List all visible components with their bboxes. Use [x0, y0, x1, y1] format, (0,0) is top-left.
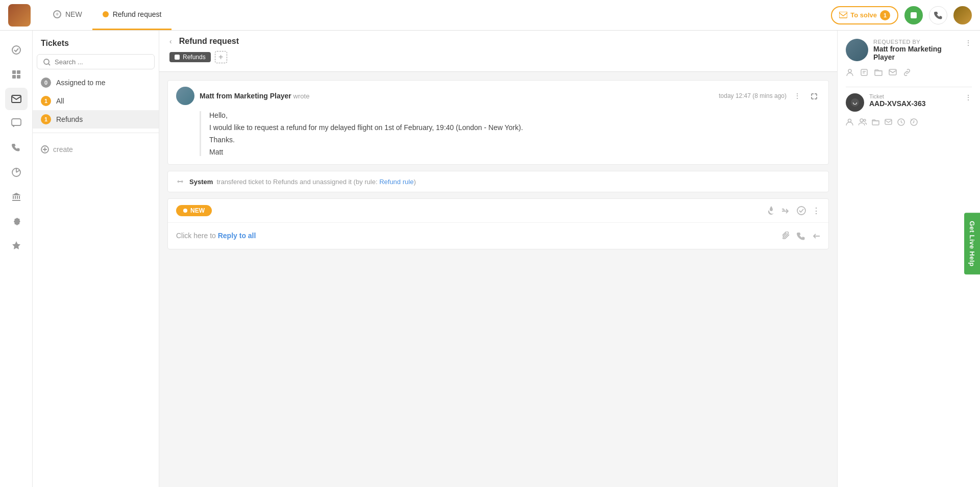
ticket-more-icon[interactable]: ⋮	[965, 93, 972, 101]
nav-bank[interactable]	[5, 186, 28, 208]
search-icon	[43, 58, 51, 66]
reply-more-icon[interactable]: ⋮	[812, 206, 820, 216]
resolve-icon[interactable]	[797, 206, 806, 216]
refund-rule-link[interactable]: Refund rule	[379, 178, 413, 186]
reply-back-icon[interactable]	[811, 231, 820, 241]
flame-icon[interactable]	[767, 206, 775, 216]
svg-rect-4	[17, 70, 20, 74]
sidebar-item-assigned-to-me[interactable]: 0 Assigned to me	[33, 73, 159, 92]
reply-area[interactable]: Click here to Reply to all	[168, 222, 828, 249]
create-plus-icon	[41, 145, 49, 153]
message-body3: Matt	[209, 148, 820, 156]
tab-refund-request[interactable]: Refund request	[92, 0, 172, 30]
app-logo[interactable]	[8, 4, 31, 27]
refunds-tag[interactable]: Refunds	[169, 52, 211, 62]
requester-info: Requested by Matt from Marketing Player	[873, 39, 960, 61]
ticket-title: Refund request	[179, 37, 239, 46]
svg-rect-6	[17, 75, 20, 79]
req-link-icon[interactable]	[903, 67, 911, 76]
req-folder-icon[interactable]	[874, 67, 883, 76]
reply-prompt: Click here to Reply to all	[176, 232, 256, 240]
icon-nav	[0, 31, 33, 487]
svg-point-18	[853, 101, 856, 104]
requester-name: Matt from Marketing Player	[873, 45, 960, 61]
tab-new[interactable]: + NEW	[43, 0, 92, 30]
ticket-user-icon[interactable]	[846, 117, 853, 126]
req-user-icon[interactable]	[846, 67, 854, 76]
topbar: + NEW Refund request To solve 1	[0, 0, 980, 31]
svg-rect-0	[839, 12, 847, 18]
live-help-button[interactable]: Get Live Help	[964, 213, 980, 275]
message-header: Matt from Marketing Player wrote today 1…	[168, 81, 828, 111]
svg-point-10	[44, 59, 49, 64]
collapse-button[interactable]: ‹	[169, 37, 172, 45]
nav-chat[interactable]	[5, 112, 28, 135]
forward-icon[interactable]	[781, 206, 791, 215]
ticket-label: Ticket	[869, 93, 960, 99]
new-badge: NEW	[176, 205, 212, 216]
tag-label: Refunds	[183, 54, 206, 61]
message-greeting: Hello,	[209, 111, 820, 119]
phone-topbar-button[interactable]	[929, 6, 947, 24]
svg-rect-15	[861, 69, 867, 75]
main-layout: Tickets 0 Assigned to me 1 All 1 Refunds	[0, 31, 980, 487]
nav-analytics[interactable]	[5, 161, 28, 184]
sidebar-create-button[interactable]: create	[33, 141, 159, 158]
requester-avatar	[846, 39, 868, 61]
email-icon	[839, 12, 847, 19]
panel-divider	[846, 87, 972, 87]
status-green-button[interactable]	[904, 6, 923, 24]
new-reply-card: NEW	[167, 198, 829, 249]
sidebar-item-all[interactable]: 1 All	[33, 92, 159, 110]
sidebar-divider	[33, 133, 159, 133]
nav-grid[interactable]	[5, 63, 28, 86]
user-avatar[interactable]	[953, 6, 972, 24]
svg-point-20	[860, 119, 863, 122]
message-expand-icon[interactable]	[808, 89, 820, 102]
new-badge-dot	[183, 209, 187, 213]
new-reply-actions: ⋮	[767, 206, 820, 216]
nav-star[interactable]	[5, 235, 28, 257]
attachment-icon[interactable]	[782, 231, 791, 241]
tag-add-button[interactable]: +	[215, 51, 227, 63]
right-panel: Requested by Matt from Marketing Player …	[837, 31, 980, 487]
tab-active-dot	[103, 11, 109, 17]
ticket-history-icon[interactable]	[910, 117, 918, 126]
reply-action: Reply to all	[218, 232, 256, 240]
new-badge-label: NEW	[190, 207, 205, 214]
req-note-icon[interactable]	[860, 67, 868, 76]
requester-section: Requested by Matt from Marketing Player …	[846, 39, 972, 76]
reply-icons	[782, 231, 820, 241]
all-label: All	[56, 97, 64, 105]
to-solve-label: To solve	[850, 11, 877, 19]
assigned-label: Assigned to me	[56, 79, 106, 87]
nav-check[interactable]	[5, 39, 28, 61]
svg-point-19	[848, 119, 851, 122]
nav-mail[interactable]	[5, 88, 28, 110]
reply-phone-icon[interactable]	[797, 231, 805, 241]
ticket-team-icon[interactable]	[859, 117, 867, 125]
nav-phone[interactable]	[5, 137, 28, 159]
system-transfer-icon	[176, 177, 184, 186]
ticket-action-icons	[846, 117, 972, 126]
ticket-email-icon[interactable]	[885, 117, 892, 125]
to-solve-badge: 1	[880, 10, 890, 20]
svg-rect-1	[911, 12, 917, 18]
nav-settings[interactable]	[5, 210, 28, 233]
sidebar-item-refunds[interactable]: 1 Refunds	[33, 110, 159, 129]
svg-rect-8	[12, 119, 21, 125]
ticket-id: AAD-XVSAX-363	[869, 99, 960, 108]
system-actor: System	[189, 178, 213, 186]
message-more-icon[interactable]: ⋮	[792, 90, 803, 102]
sidebar-search-box[interactable]	[37, 54, 155, 69]
phone-topbar-icon	[934, 11, 942, 19]
all-badge: 1	[41, 96, 51, 106]
ticket-clock-icon[interactable]	[897, 117, 905, 126]
to-solve-button[interactable]: To solve 1	[831, 6, 898, 24]
ticket-folder-icon[interactable]	[872, 117, 879, 125]
req-email-icon[interactable]	[889, 67, 897, 76]
search-input[interactable]	[55, 58, 148, 66]
ticket-avatar	[846, 93, 864, 112]
ticket-section: Ticket AAD-XVSAX-363 ⋮	[846, 93, 972, 126]
requester-more-icon[interactable]: ⋮	[965, 39, 972, 47]
